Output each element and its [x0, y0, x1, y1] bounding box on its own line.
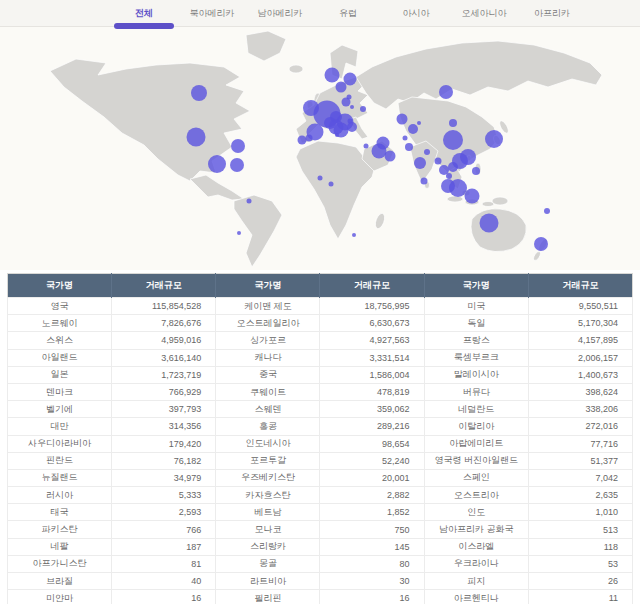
map-bubble-몽골[interactable]	[449, 119, 457, 127]
volume-cell: 76,182	[112, 452, 216, 469]
map-bubble-아르헨티나[interactable]	[237, 231, 241, 235]
table-row: 일본1,723,719중국1,586,004말레이시아1,400,673	[8, 366, 633, 383]
volume-cell: 179,420	[112, 435, 216, 452]
landmass-new-guinea	[492, 197, 508, 205]
volume-cell: 3,616,140	[112, 349, 216, 366]
map-bubble-아랍에미리트[interactable]	[385, 151, 396, 162]
map-bubble-사우디아라비아[interactable]	[372, 144, 387, 159]
table-row: 뉴질랜드34,979우즈베키스탄20,001스페인7,042	[8, 469, 633, 486]
map-bubble-이탈리아[interactable]	[347, 122, 357, 132]
map-bubble-인도네시아[interactable]	[465, 189, 480, 204]
landmass-iceland	[289, 65, 303, 73]
volume-cell: 4,927,563	[320, 332, 424, 349]
map-bubble-캐나다[interactable]	[191, 85, 207, 101]
map-bubble-핀란드[interactable]	[336, 82, 347, 93]
tab-asia[interactable]: 아시아	[382, 0, 450, 26]
tab-north-america[interactable]: 북아메리카	[178, 0, 246, 26]
tab-africa[interactable]: 아프리카	[518, 0, 586, 26]
country-cell: 베트남	[216, 504, 320, 521]
map-bubble-남아프리카 공화국[interactable]	[352, 233, 356, 237]
map-bubble-오스트레일리아[interactable]	[480, 214, 499, 233]
map-bubble-피지[interactable]	[544, 208, 550, 214]
volume-cell: 4,959,016	[112, 332, 216, 349]
map-bubble-케이맨 제도[interactable]	[208, 155, 226, 173]
map-bubble-아프가니스탄[interactable]	[403, 136, 408, 141]
map-bubble-미얀마[interactable]	[435, 158, 442, 165]
header-volume-3: 거래규모	[528, 274, 632, 298]
volume-cell: 6,630,673	[320, 315, 424, 332]
map-bubble-덴마크[interactable]	[342, 98, 351, 107]
tab-europe[interactable]: 유럽	[314, 0, 382, 26]
map-bubble-버뮤다[interactable]	[231, 139, 245, 153]
table-row: 벨기에397,793스웨덴359,062네덜란드338,206	[8, 401, 633, 418]
map-bubble-노르웨이[interactable]	[325, 68, 340, 83]
map-bubble-홍콩[interactable]	[452, 153, 468, 169]
tab-south-america[interactable]: 남아메리카	[246, 0, 314, 26]
map-bubble-필리핀[interactable]	[472, 167, 480, 175]
volume-cell: 359,062	[320, 401, 424, 418]
map-bubble-우크라이나[interactable]	[360, 106, 366, 112]
volume-cell: 7,042	[528, 469, 632, 486]
table-row: 러시아5,333카자흐스탄2,882오스트리아2,635	[8, 487, 633, 504]
volume-cell: 478,819	[320, 383, 424, 400]
landmass-central-america	[190, 175, 244, 200]
table-row: 아일랜드3,616,140캐나다3,331,514룩셈부르크2,006,157	[8, 349, 633, 366]
country-cell: 아랍에미리트	[424, 435, 528, 452]
volume-cell: 338,206	[528, 401, 632, 418]
country-cell: 독일	[424, 315, 528, 332]
region-tab-bar: 전체 북아메리카 남아메리카 유럽 아시아 오세아니아 아프리카	[0, 0, 640, 27]
country-volume-table: 국가명 거래규모 국가명 거래규모 국가명 거래규모 영국115,854,528…	[7, 273, 633, 604]
country-cell: 남아프리카 공화국	[424, 521, 528, 538]
map-bubble-네팔[interactable]	[424, 149, 430, 155]
map-bubble-카메룬[interactable]	[329, 182, 334, 187]
landmass-australia	[471, 209, 526, 252]
map-bubble-토고[interactable]	[318, 176, 323, 181]
country-cell: 벨기에	[8, 401, 112, 418]
tab-south-america-label: 남아메리카	[258, 8, 303, 18]
map-bubble-폴란드[interactable]	[350, 105, 354, 109]
volume-cell: 397,793	[112, 401, 216, 418]
country-cell: 카자흐스탄	[216, 487, 320, 504]
table-row: 영국115,854,528케이맨 제도18,756,995미국9,550,511	[8, 298, 633, 315]
map-bubble-일본[interactable]	[485, 130, 503, 148]
map-bubble-캄보디아[interactable]	[446, 173, 452, 179]
table-row: 아프가니스탄81몽골80우크라이나53	[8, 555, 633, 572]
map-bubble-뉴질랜드[interactable]	[534, 237, 548, 251]
tab-oceania[interactable]: 오세아니아	[450, 0, 518, 26]
country-cell: 케이맨 제도	[216, 298, 320, 315]
landmass-new-zealand-south	[532, 250, 541, 261]
map-bubble-영국령 버진아일랜드[interactable]	[230, 158, 244, 172]
map-bubble-미국[interactable]	[187, 128, 206, 147]
map-bubble-포르투갈[interactable]	[298, 136, 307, 145]
map-bubble-러시아[interactable]	[439, 85, 453, 99]
country-cell: 룩셈부르크	[424, 349, 528, 366]
volume-cell: 16	[112, 590, 216, 604]
volume-cell: 40	[112, 573, 216, 590]
volume-cell: 398,624	[528, 383, 632, 400]
country-cell: 러시아	[8, 487, 112, 504]
table-row: 노르웨이7,826,676오스트레일리아6,630,673독일5,170,304	[8, 315, 633, 332]
map-bubble-인도[interactable]	[414, 157, 426, 169]
table-row: 태국2,593베트남1,852인도1,010	[8, 504, 633, 521]
volume-cell: 1,723,719	[112, 366, 216, 383]
table-row: 사우디아라비아179,420인도네시아98,654아랍에미리트77,716	[8, 435, 633, 452]
country-cell: 네팔	[8, 538, 112, 555]
map-bubble-스리랑카[interactable]	[421, 178, 428, 185]
tab-africa-label: 아프리카	[534, 8, 570, 18]
map-bubble-스웨덴[interactable]	[344, 73, 357, 86]
table-row: 덴마크766,929쿠웨이트478,819버뮤다398,624	[8, 383, 633, 400]
map-bubble-스페인[interactable]	[306, 135, 313, 142]
map-bubble-파키스탄[interactable]	[405, 143, 413, 151]
map-bubble-오스트리아[interactable]	[348, 119, 353, 124]
map-bubble-브라질[interactable]	[247, 199, 252, 204]
map-bubble-우즈베키스탄[interactable]	[408, 124, 418, 134]
country-cell: 사우디아라비아	[8, 435, 112, 452]
map-bubble-모나코[interactable]	[335, 133, 339, 137]
map-bubble-카자흐스탄[interactable]	[397, 114, 408, 125]
volume-cell: 4,157,895	[528, 332, 632, 349]
map-bubble-중국[interactable]	[443, 130, 463, 150]
map-bubble-이스라엘[interactable]	[364, 144, 369, 149]
tab-all[interactable]: 전체	[110, 0, 178, 26]
map-bubble-키르기스스탄[interactable]	[417, 121, 421, 125]
map-bubble-싱가포르[interactable]	[449, 179, 467, 197]
